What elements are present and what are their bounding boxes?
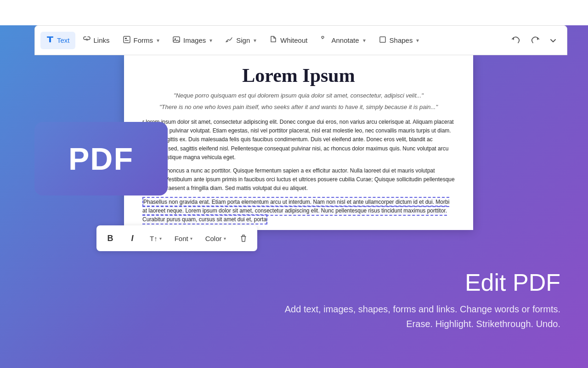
toolbar-shapes-button[interactable]: Shapes [373,32,425,49]
images-icon [172,35,181,46]
annotate-icon [320,35,328,46]
toolbar-whiteout-button[interactable]: Whiteout [264,32,313,49]
paragraph-1: r lorem ipsum dolor sit amet, consectetu… [142,118,455,162]
annotate-chevron [362,37,366,44]
toolbar-images-button[interactable]: Images [167,32,218,49]
images-chevron [209,37,212,44]
svg-rect-4 [125,40,129,41]
edit-pdf-desc-line1: Add text, images, shapes, forms and link… [285,302,560,316]
sign-chevron [253,37,256,44]
svg-point-6 [175,38,176,40]
more-button[interactable] [545,32,561,49]
text-icon [46,35,54,46]
svg-rect-1 [49,38,51,42]
toolbar: Text Links Forms I [34,25,567,55]
color-chevron: ▾ [224,236,226,241]
forms-chevron [156,37,159,44]
font-label: Font [175,235,188,242]
toolbar-sign-button[interactable]: Sign [220,32,262,49]
toolbar-whiteout-label: Whiteout [280,36,307,44]
top-bar [0,0,588,25]
italic-button[interactable]: I [122,228,142,248]
document-title: Lorem Ipsum [142,64,455,86]
bold-button[interactable]: B [100,228,120,248]
toolbar-links-label: Links [94,36,110,44]
undo-button[interactable] [508,32,525,49]
document-quote1: "Neque porro quisquam est qui dolorem ip… [142,91,455,100]
edit-pdf-title: Edit PDF [285,269,560,296]
font-size-label: T↑ [150,235,158,242]
document-body: r lorem ipsum dolor sit amet, consectetu… [142,118,455,224]
font-dropdown[interactable]: Font ▾ [169,228,198,248]
forms-icon [123,35,131,46]
shapes-chevron [415,37,419,44]
toolbar-sign-label: Sign [236,36,250,44]
bottom-content: Edit PDF Add text, images, shapes, forms… [285,269,560,331]
svg-rect-5 [173,37,180,42]
toolbar-shapes-label: Shapes [390,36,413,44]
color-dropdown[interactable]: Color ▾ [200,228,232,248]
toolbar-annotate-label: Annotate [331,36,359,44]
links-icon [83,35,91,46]
format-toolbar: B I T↑ ▾ Font ▾ Color ▾ [96,225,257,251]
shapes-icon [379,35,387,46]
pdf-badge-text: PDF [68,141,134,177]
sign-icon [225,35,233,46]
color-label: Color [205,235,222,242]
toolbar-images-label: Images [183,36,206,44]
toolbar-annotate-button[interactable]: Annotate [315,32,371,49]
paragraph-2: Vivamus rhoncus a nunc ac porttitor. Qui… [142,167,455,193]
pdf-badge: PDF [34,122,168,196]
delete-button[interactable] [233,228,254,248]
paragraph-3-selected: Phasellus non gravida erat. Etiam porta … [142,198,455,224]
font-size-dropdown[interactable]: T↑ ▾ [144,228,167,248]
document-container: Lorem Ipsum "Neque porro quisquam est qu… [124,55,473,230]
svg-rect-3 [125,38,127,39]
toolbar-text-button[interactable]: Text [40,32,75,49]
svg-rect-7 [380,37,385,42]
edit-pdf-desc-line2: Erase. Highlight. Strikethrough. Undo. [285,316,560,331]
font-chevron: ▾ [190,236,192,241]
redo-button[interactable] [526,32,543,49]
whiteout-icon [269,35,277,46]
toolbar-forms-button[interactable]: Forms [117,32,165,49]
toolbar-text-label: Text [57,36,70,44]
selected-text-span: Phasellus non gravida erat. Etiam porta … [142,197,449,224]
toolbar-forms-label: Forms [134,36,153,44]
svg-rect-2 [124,36,130,43]
font-size-chevron: ▾ [159,236,162,241]
toolbar-links-button[interactable]: Links [77,32,115,49]
document-quote2: "There is no one who loves pain itself, … [142,103,455,112]
